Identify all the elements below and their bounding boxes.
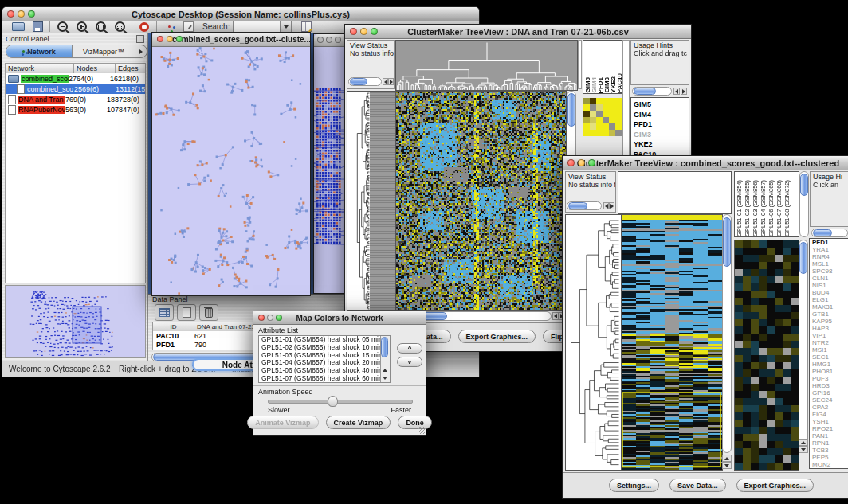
column-dendrogram[interactable]	[618, 171, 732, 214]
action-button[interactable]: Export Graphics...	[736, 479, 815, 492]
minimize-icon[interactable]	[18, 10, 25, 18]
open-file-button[interactable]	[9, 21, 28, 33]
close-icon[interactable]	[157, 36, 163, 42]
gene-label[interactable]: GIM4	[631, 110, 689, 120]
gene-label[interactable]: PUF3	[810, 375, 848, 382]
gene-label[interactable]: HRD3	[810, 382, 848, 389]
scroll-down-button[interactable]	[722, 462, 732, 469]
window-controls[interactable]	[258, 315, 282, 321]
gene-label[interactable]: GIM3	[631, 130, 689, 140]
visual-styles-button[interactable]	[159, 21, 179, 33]
zoom-icon[interactable]	[588, 159, 595, 166]
gene-label[interactable]: PHO81	[810, 368, 848, 375]
listbox-scrollbar[interactable]	[380, 336, 390, 382]
save-session-button[interactable]	[28, 21, 47, 33]
action-button[interactable]: Save Data...	[669, 479, 726, 492]
gene-label[interactable]: RNR4	[810, 253, 848, 260]
gene-label[interactable]: PFD1	[810, 239, 848, 246]
tab-network[interactable]: Network	[6, 45, 73, 57]
global-vscrollbar[interactable]	[722, 214, 732, 453]
main-title-bar[interactable]: Cytoscape Desktop (Session Name: collins…	[2, 7, 479, 21]
network-list-row[interactable]: combined_scores2764(0)16218(0)	[6, 73, 145, 84]
gene-label[interactable]: VIP1	[810, 332, 848, 339]
zoom-icon[interactable]	[176, 36, 183, 42]
close-icon[interactable]	[567, 159, 575, 166]
gene-label[interactable]: KAP95	[810, 318, 848, 325]
speed-slider-thumb[interactable]	[328, 396, 338, 407]
network-list-row[interactable]: combined_sco2569(6)13112(15)	[6, 84, 145, 94]
column-header-id[interactable]: ID	[153, 322, 194, 331]
zoom-icon[interactable]	[371, 28, 378, 35]
gene-label[interactable]: RPN1	[810, 440, 848, 447]
minimize-icon[interactable]	[326, 37, 332, 43]
gene-label[interactable]: HAP3	[810, 325, 848, 332]
gene-label[interactable]: MON2	[810, 461, 848, 468]
annotation-button[interactable]	[179, 21, 198, 33]
speed-slider-track[interactable]	[268, 400, 413, 404]
attribute-listbox[interactable]: GPL51-01 (GSM854) heat shock 05 minGPL51…	[258, 335, 391, 383]
column-dendrogram[interactable]	[395, 40, 578, 91]
tab-overflow-button[interactable]	[135, 45, 147, 57]
zoom-in-button[interactable]	[72, 21, 91, 33]
scroll-up-button[interactable]	[799, 439, 808, 446]
gene-label[interactable]: PFD1	[631, 119, 689, 130]
network-list-row[interactable]: DNA and Tran 07769(0)183728(0)	[6, 94, 145, 104]
scroll-left-button[interactable]	[673, 88, 680, 95]
gene-label[interactable]: GIM5	[631, 100, 689, 110]
dialog-button[interactable]: Animate Vizmap	[247, 416, 318, 429]
global-heatmap[interactable]	[621, 214, 723, 471]
zoom-icon[interactable]	[276, 315, 282, 321]
gene-label[interactable]: MAK31	[810, 303, 848, 311]
gene-label[interactable]: YRA1	[810, 246, 848, 253]
window-controls[interactable]	[7, 10, 35, 18]
dialog-button[interactable]: Done	[398, 416, 432, 429]
gene-label[interactable]: CPA2	[810, 404, 848, 411]
delete-attribute-button[interactable]	[199, 304, 218, 321]
row-dendrogram[interactable]	[565, 214, 622, 471]
float-panel-icon[interactable]	[136, 35, 144, 43]
detail-heatmap[interactable]	[734, 240, 799, 471]
gene-label[interactable]: NIS1	[810, 282, 848, 289]
gene-label[interactable]: SEC24	[810, 397, 848, 404]
window-controls[interactable]	[317, 37, 341, 43]
window-controls[interactable]	[350, 28, 378, 35]
zoom-icon[interactable]	[335, 37, 341, 43]
gene-label[interactable]: FIG4	[810, 411, 848, 418]
network-list-row[interactable]: RNAPuberNov2+!563(0)107847(0)	[6, 104, 145, 115]
close-icon[interactable]	[7, 10, 14, 18]
minimize-icon[interactable]	[267, 315, 273, 321]
birdseye-view[interactable]	[5, 285, 146, 358]
minimize-icon[interactable]	[167, 36, 173, 42]
zoom-out-button[interactable]	[53, 21, 72, 33]
minimize-icon[interactable]	[578, 159, 585, 166]
dialog-button[interactable]: Create Vizmap	[326, 416, 391, 429]
scroll-up-button[interactable]	[381, 366, 389, 373]
row-dendrogram[interactable]	[347, 91, 396, 311]
window-controls[interactable]	[567, 159, 595, 166]
move-down-button[interactable]: v	[397, 357, 422, 367]
select-attributes-button[interactable]	[155, 304, 174, 321]
dense-network-canvas[interactable]	[314, 47, 344, 292]
gene-label[interactable]: NTR2	[810, 339, 848, 346]
window-controls[interactable]	[157, 36, 183, 42]
gene-label[interactable]: SEC1	[810, 354, 848, 361]
move-up-button[interactable]: ^	[397, 343, 422, 354]
zoom-selected-button[interactable]	[91, 21, 110, 33]
gene-label[interactable]: YKE2	[631, 139, 689, 150]
column-header-nodes[interactable]: Nodes	[74, 64, 116, 73]
gene-label[interactable]: MSL1	[810, 260, 848, 268]
gene-label[interactable]: GPI16	[810, 389, 848, 397]
scroll-right-button[interactable]	[388, 78, 394, 85]
view-status-scrollbar[interactable]	[567, 201, 602, 210]
view-status-scrollbar[interactable]	[348, 77, 382, 86]
gene-label[interactable]: HMG1	[810, 361, 848, 368]
search-dropdown-button[interactable]	[281, 21, 292, 33]
network-canvas[interactable]	[152, 47, 308, 295]
similarity-matrix[interactable]	[583, 98, 622, 136]
search-input[interactable]	[233, 21, 281, 33]
scroll-left-button[interactable]	[383, 78, 388, 85]
detail-vscrollbar[interactable]	[799, 240, 808, 453]
zoom-icon[interactable]	[28, 10, 35, 18]
scroll-left-button[interactable]	[603, 202, 609, 209]
help-button[interactable]	[135, 21, 154, 33]
